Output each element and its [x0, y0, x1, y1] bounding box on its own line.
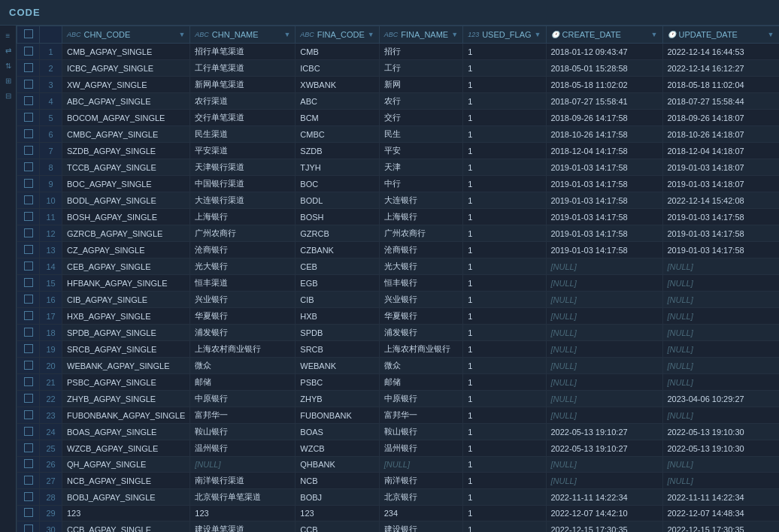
table-row[interactable]: 2ICBC_AGPAY_SINGLE工行单笔渠道ICBC工行12018-05-0… — [17, 60, 780, 77]
panel-icon-3[interactable]: ⇅ — [2, 59, 15, 72]
table-row[interactable]: 3XW_AGPAY_SINGLE新网单笔渠道XWBANK新网12018-05-1… — [17, 77, 780, 93]
checkbox-icon[interactable] — [24, 311, 33, 320]
col-header-update-date[interactable]: 🕐 UPDATE_DATE ▼ — [662, 26, 779, 44]
table-row[interactable]: 16CIB_AGPAY_SINGLE兴业银行CIB兴业银行1[NULL][NUL… — [17, 292, 780, 308]
row-checkbox[interactable] — [17, 325, 40, 341]
checkbox-icon[interactable] — [24, 278, 33, 287]
table-row[interactable]: 10BODL_AGPAY_SINGLE大连银行渠道BODL大连银行12019-0… — [17, 192, 780, 209]
checkbox-icon[interactable] — [24, 377, 33, 386]
checkbox-icon[interactable] — [24, 80, 33, 89]
checkbox-icon[interactable] — [24, 146, 33, 155]
checkbox-icon[interactable] — [24, 228, 33, 237]
col-header-fina-name[interactable]: ABC FINA_NAME ▼ — [379, 26, 462, 44]
table-row[interactable]: 12GZRCB_AGPAY_SINGLE广州农商行GZRCB广州农商行12019… — [17, 225, 780, 242]
checkbox-icon[interactable] — [24, 492, 33, 501]
col-header-fina-code[interactable]: ABC FINA_CODE ▼ — [296, 26, 379, 44]
table-row[interactable]: 18SPDB_AGPAY_SINGLE浦发银行SPDB浦发银行1[NULL][N… — [17, 325, 780, 341]
checkbox-icon[interactable] — [24, 129, 33, 138]
checkbox-icon[interactable] — [24, 261, 33, 271]
row-checkbox[interactable] — [17, 242, 40, 258]
row-checkbox[interactable] — [17, 225, 40, 242]
row-checkbox[interactable] — [17, 391, 40, 407]
data-table-container[interactable]: ABC CHN_CODE ▼ ABC CHN_NAME ▼ — [17, 26, 779, 532]
checkbox-icon[interactable] — [24, 443, 33, 452]
row-checkbox[interactable] — [17, 176, 40, 192]
table-row[interactable]: 27NCB_AGPAY_SINGLE南洋银行渠道NCB南洋银行1[NULL][N… — [17, 473, 780, 489]
checkbox-icon[interactable] — [24, 394, 33, 403]
checkbox-icon[interactable] — [24, 524, 33, 533]
table-row[interactable]: 23FUBONBANK_AGPAY_SINGLE富邦华一FUBONBANK富邦华… — [17, 407, 780, 424]
row-checkbox[interactable] — [17, 473, 40, 489]
table-row[interactable]: 25WZCB_AGPAY_SINGLE温州银行WZCB温州银行12022-05-… — [17, 440, 780, 457]
checkbox-icon[interactable] — [24, 162, 33, 171]
row-checkbox[interactable] — [17, 192, 40, 209]
col-header-chn-code[interactable]: ABC CHN_CODE ▼ — [62, 26, 190, 44]
row-checkbox[interactable] — [17, 358, 40, 374]
table-row[interactable]: 1CMB_AGPAY_SINGLE招行单笔渠道CMB招行12018-01-12 … — [17, 44, 780, 60]
row-checkbox[interactable] — [17, 374, 40, 391]
checkbox-icon[interactable] — [24, 427, 33, 436]
table-row[interactable]: 6CMBC_AGPAY_SINGLE民生渠道CMBC民生12018-10-26 … — [17, 126, 780, 143]
table-row[interactable]: 21PSBC_AGPAY_SINGLE邮储PSBC邮储1[NULL][NULL] — [17, 374, 780, 391]
row-checkbox[interactable] — [17, 407, 40, 424]
table-row[interactable]: 2912312312323412022-12-07 14:42:102022-1… — [17, 506, 780, 521]
panel-icon-4[interactable]: ⊞ — [2, 74, 15, 87]
col-header-checkbox[interactable] — [17, 26, 40, 44]
header-checkbox[interactable] — [24, 29, 33, 38]
row-checkbox[interactable] — [17, 292, 40, 308]
checkbox-icon[interactable] — [24, 47, 33, 56]
row-checkbox[interactable] — [17, 275, 40, 292]
col-header-chn-name[interactable]: ABC CHN_NAME ▼ — [190, 26, 296, 44]
table-row[interactable]: 22ZHYB_AGPAY_SINGLE中原银行ZHYB中原银行1[NULL]20… — [17, 391, 780, 407]
table-row[interactable]: 30CCB_AGPAY_SINGLE建设单笔渠道CCB建设银行12022-12-… — [17, 521, 780, 533]
table-row[interactable]: 8TCCB_AGPAY_SINGLE天津银行渠道TJYH天津12019-01-0… — [17, 159, 780, 176]
checkbox-icon[interactable] — [24, 410, 33, 419]
checkbox-icon[interactable] — [24, 361, 33, 370]
row-checkbox[interactable] — [17, 60, 40, 77]
checkbox-icon[interactable] — [24, 245, 33, 254]
checkbox-icon[interactable] — [24, 212, 33, 221]
checkbox-icon[interactable] — [24, 328, 33, 337]
row-checkbox[interactable] — [17, 440, 40, 457]
table-row[interactable]: 13CZ_AGPAY_SINGLE沧商银行CZBANK沧商银行12019-01-… — [17, 242, 780, 258]
checkbox-icon[interactable] — [24, 96, 33, 105]
table-row[interactable]: 7SZDB_AGPAY_SINGLE平安渠道SZDB平安12018-12-04 … — [17, 143, 780, 159]
row-checkbox[interactable] — [17, 110, 40, 126]
row-checkbox[interactable] — [17, 341, 40, 358]
row-checkbox[interactable] — [17, 159, 40, 176]
checkbox-icon[interactable] — [24, 459, 33, 468]
checkbox-icon[interactable] — [24, 179, 33, 188]
table-row[interactable]: 26QH_AGPAY_SINGLE[NULL]QHBANK[NULL]1[NUL… — [17, 457, 780, 473]
checkbox-icon[interactable] — [24, 295, 33, 304]
row-checkbox[interactable] — [17, 143, 40, 159]
table-row[interactable]: 15HFBANK_AGPAY_SINGLE恒丰渠道EGB恒丰银行1[NULL][… — [17, 275, 780, 292]
row-checkbox[interactable] — [17, 77, 40, 93]
checkbox-icon[interactable] — [24, 476, 33, 485]
table-row[interactable]: 20WEBANK_AGPAY_SINGLE微众WEBANK微众1[NULL][N… — [17, 358, 780, 374]
checkbox-icon[interactable] — [24, 113, 33, 122]
table-row[interactable]: 17HXB_AGPAY_SINGLE华夏银行HXB华夏银行1[NULL][NUL… — [17, 308, 780, 325]
panel-icon-1[interactable]: ≡ — [2, 29, 15, 42]
row-checkbox[interactable] — [17, 126, 40, 143]
row-checkbox[interactable] — [17, 521, 40, 533]
row-checkbox[interactable] — [17, 506, 40, 521]
row-checkbox[interactable] — [17, 44, 40, 60]
panel-icon-2[interactable]: ⇄ — [2, 44, 15, 57]
table-row[interactable]: 9BOC_AGPAY_SINGLE中国银行渠道BOC中行12019-01-03 … — [17, 176, 780, 192]
row-checkbox[interactable] — [17, 258, 40, 275]
col-header-used-flag[interactable]: 123 USED_FLAG ▼ — [463, 26, 546, 44]
row-checkbox[interactable] — [17, 457, 40, 473]
row-checkbox[interactable] — [17, 489, 40, 506]
panel-icon-5[interactable]: ⊟ — [2, 89, 15, 102]
row-checkbox[interactable] — [17, 209, 40, 225]
table-row[interactable]: 4ABC_AGPAY_SINGLE农行渠道ABC农行12018-07-27 15… — [17, 93, 780, 110]
table-row[interactable]: 24BOAS_AGPAY_SINGLE鞍山银行BOAS鞍山银行12022-05-… — [17, 424, 780, 440]
col-header-create-date[interactable]: 🕐 CREATE_DATE ▼ — [546, 26, 662, 44]
checkbox-icon[interactable] — [24, 195, 33, 204]
checkbox-icon[interactable] — [24, 344, 33, 353]
row-checkbox[interactable] — [17, 308, 40, 325]
table-row[interactable]: 28BOBJ_AGPAY_SINGLE北京银行单笔渠道BOBJ北京银行12022… — [17, 489, 780, 506]
table-row[interactable]: 19SRCB_AGPAY_SINGLE上海农村商业银行SRCB上海农村商业银行1… — [17, 341, 780, 358]
table-row[interactable]: 5BOCOM_AGPAY_SINGLE交行单笔渠道BCM交行12018-09-2… — [17, 110, 780, 126]
row-checkbox[interactable] — [17, 93, 40, 110]
